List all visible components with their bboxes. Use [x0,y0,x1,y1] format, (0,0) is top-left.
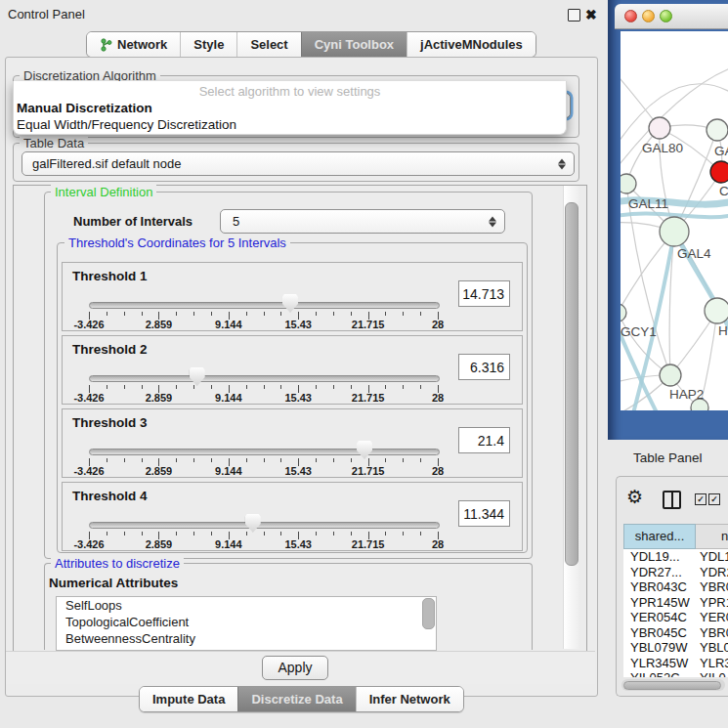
tick-label: 21.715 [352,392,385,404]
tick-mark [403,458,404,462]
tab-impute-data[interactable]: Impute Data [140,687,237,711]
network-node[interactable] [710,161,728,183]
tick-mark [193,312,194,316]
network-window-titlebar[interactable] [615,4,728,29]
number-of-intervals-combobox[interactable]: 5 [220,209,505,234]
node-label: GAL4 [677,246,711,261]
tick-mark [403,312,404,316]
slider-thumb[interactable] [190,367,205,386]
attributes-list[interactable]: SelfLoopsTopologicalCoefficientBetweenne… [56,596,437,651]
table-cell: YBR0 [696,579,728,595]
close-traffic-light-icon[interactable] [624,10,637,22]
table-row[interactable]: YBL079WYBL0 [623,640,728,656]
tick-label: 28 [432,392,444,404]
slider-track[interactable] [89,449,440,455]
slider-thumb[interactable] [245,514,261,533]
threshold-coordinates-title: Threshold's Coordinates for 5 Intervals [64,236,290,250]
tick-mark [142,312,143,316]
list-item[interactable]: TopologicalCoefficient [57,614,436,630]
attributes-list-scrollbar-thumb[interactable] [422,598,435,629]
tick-mark [316,385,317,389]
network-node[interactable] [705,298,728,323]
threshold-value-field[interactable]: 6.316 [458,354,510,380]
tick-mark [280,458,281,462]
slider-thumb[interactable] [282,294,298,313]
tab-discretize-data[interactable]: Discretize Data [237,687,355,711]
tick-mark [193,385,194,389]
zoom-traffic-light-icon[interactable] [660,10,672,22]
table-row[interactable]: YBR043CYBR0 [623,579,728,595]
slider-track[interactable] [89,375,440,382]
tick-label: 2.859 [146,465,173,477]
network-node[interactable] [660,364,681,386]
number-of-intervals-label: Number of Intervals [73,214,193,229]
horizontal-scrollbar-thumb[interactable] [623,681,721,690]
tick-mark [316,458,317,462]
threshold-value-field[interactable]: 11.344 [458,500,510,527]
network-node[interactable] [621,304,626,321]
checkbox-icon[interactable]: ✓ [695,493,707,505]
table-cell: YBL079W [623,640,696,656]
minimize-traffic-light-icon[interactable] [642,10,655,22]
numerical-attributes-heading: Numerical Attributes [49,576,178,590]
tick-label: 9.144 [215,538,242,550]
list-item[interactable]: SelfLoops [57,597,436,614]
table-column-header[interactable]: shared... [623,524,696,549]
table-row[interactable]: YER054CYER0 [623,610,728,625]
tick-mark [385,458,386,462]
table-cell: YER0 [696,610,728,625]
tab-style[interactable]: Style [180,32,236,57]
network-node[interactable] [621,174,636,193]
dropdown-option[interactable]: Manual Discretization [17,101,152,115]
tick-mark [316,532,317,535]
table-row[interactable]: YBR045CYBR0 [623,625,728,641]
network-node[interactable] [660,217,689,246]
horizontal-scrollbar-track[interactable] [621,679,725,691]
tab-cyni-toolbox[interactable]: Cyni Toolbox [301,32,407,57]
column-icon[interactable] [663,491,681,509]
tick-label: 15.43 [284,465,312,477]
network-node[interactable] [707,119,728,141]
apply-button[interactable]: Apply [262,656,328,680]
network-node[interactable] [649,117,670,139]
table-row[interactable]: YPR145WYPR1 [623,595,728,611]
float-window-icon[interactable] [568,9,580,21]
tick-mark [107,532,107,535]
vertical-scrollbar-thumb[interactable] [565,202,578,566]
node-label: GAL80 [642,141,683,155]
slider-thumb[interactable] [357,441,372,459]
table-row[interactable]: YDR27...YDR2 [623,565,728,580]
close-icon[interactable]: ✖ [585,4,597,25]
dropdown-option[interactable]: Equal Width/Frequency Discretization [17,117,236,132]
tab-select[interactable]: Select [236,32,300,57]
tick-mark [246,532,247,535]
slider-track[interactable] [89,302,440,309]
tab-network[interactable]: Network [87,32,180,57]
slider-track[interactable] [89,522,440,529]
table-cell: YLR3 [696,656,728,671]
gear-icon[interactable]: ⚙ [626,487,643,508]
table-data-combobox[interactable]: galFiltered.sif default node [21,151,575,176]
table-row[interactable]: YDL19...YDL1 [623,549,728,565]
tick-mark [246,385,247,389]
tab-label: Cyni Toolbox [315,37,394,52]
table-row[interactable]: YLR345WYLR3 [623,656,728,671]
node-label: GAL11 [628,196,668,211]
tick-mark [351,312,352,316]
table-column-header[interactable]: na [696,524,728,549]
tab-jactivemnodules[interactable]: jActiveMNodules [407,32,535,57]
list-item[interactable]: BetweennessCentrality [57,630,436,647]
checkbox-icon[interactable]: ✓ [708,493,720,505]
table-row[interactable]: YIL052CYIL0 [623,670,728,677]
tab-infer-network[interactable]: Infer Network [356,687,463,711]
tick-mark [124,385,125,389]
table-panel-titlebar: Table Panel [608,440,728,476]
tick-mark [211,532,212,535]
threshold-panel: Threshold 2-3.4262.8599.14415.4321.71528… [62,335,523,405]
slider-tick-labels: -3.4262.8599.14415.4321.71528 [89,392,438,404]
tick-mark [351,385,352,389]
threshold-value-field[interactable]: 14.713 [458,280,510,307]
tick-label: 2.859 [146,538,173,550]
threshold-value-field[interactable]: 21.4 [458,427,510,453]
network-canvas[interactable]: GAL80GACGAL11GAL4GCY1HHAP2 [621,31,728,410]
